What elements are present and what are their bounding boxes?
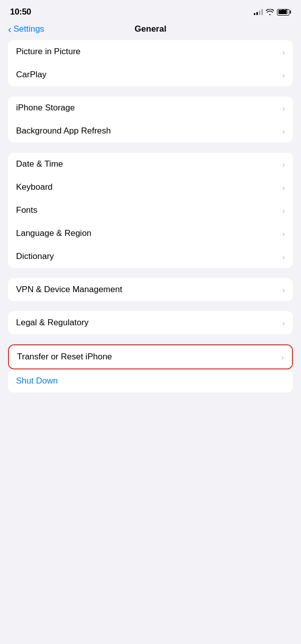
section-2: iPhone Storage › Background App Refresh … <box>8 96 293 143</box>
language-region-item[interactable]: Language & Region › <box>8 222 293 245</box>
date-time-item[interactable]: Date & Time › <box>8 153 293 176</box>
settings-content: Picture in Picture › CarPlay › iPhone St… <box>0 40 301 413</box>
background-app-refresh-item[interactable]: Background App Refresh › <box>8 119 293 143</box>
language-region-label: Language & Region <box>16 228 91 238</box>
picture-in-picture-item[interactable]: Picture in Picture › <box>8 40 293 63</box>
legal-regulatory-item[interactable]: Legal & Regulatory › <box>8 311 293 334</box>
chevron-right-icon: › <box>282 104 285 112</box>
carplay-label: CarPlay <box>16 70 46 80</box>
section-3: Date & Time › Keyboard › Fonts › Languag… <box>8 153 293 268</box>
section-5: Legal & Regulatory › <box>8 311 293 334</box>
nav-header: ‹ Settings General <box>0 20 301 40</box>
battery-icon: 88 <box>277 9 291 16</box>
chevron-right-icon: › <box>282 229 285 238</box>
back-label: Settings <box>14 24 44 34</box>
chevron-right-icon: › <box>282 71 285 79</box>
status-bar: 10:50 88 <box>0 0 301 20</box>
keyboard-label: Keyboard <box>16 182 53 192</box>
shut-down-item[interactable]: Shut Down <box>8 369 293 393</box>
battery-level: 88 <box>281 9 288 16</box>
chevron-right-icon: › <box>282 127 285 136</box>
page-title: General <box>134 24 166 34</box>
transfer-reset-item[interactable]: Transfer or Reset iPhone › <box>9 345 292 368</box>
chevron-right-icon: › <box>282 48 285 56</box>
vpn-device-management-item[interactable]: VPN & Device Management › <box>8 278 293 301</box>
iphone-storage-item[interactable]: iPhone Storage › <box>8 96 293 119</box>
section-4: VPN & Device Management › <box>8 278 293 301</box>
signal-icon <box>254 9 263 15</box>
shut-down-label: Shut Down <box>16 376 58 386</box>
back-chevron-icon: ‹ <box>8 24 12 34</box>
chevron-right-icon: › <box>282 160 285 169</box>
iphone-storage-label: iPhone Storage <box>16 103 75 113</box>
section-1: Picture in Picture › CarPlay › <box>8 40 293 86</box>
shut-down-section: Shut Down <box>8 369 293 393</box>
date-time-label: Date & Time <box>16 159 63 169</box>
wifi-icon <box>266 9 274 15</box>
chevron-right-icon: › <box>282 319 285 327</box>
dictionary-item[interactable]: Dictionary › <box>8 245 293 268</box>
legal-regulatory-label: Legal & Regulatory <box>16 318 89 328</box>
dictionary-label: Dictionary <box>16 251 54 262</box>
chevron-right-icon: › <box>282 206 285 215</box>
status-icons: 88 <box>254 9 291 16</box>
transfer-reset-label: Transfer or Reset iPhone <box>17 352 112 362</box>
fonts-item[interactable]: Fonts › <box>8 199 293 222</box>
background-app-refresh-label: Background App Refresh <box>16 126 111 136</box>
carplay-item[interactable]: CarPlay › <box>8 63 293 86</box>
chevron-right-icon: › <box>282 183 285 192</box>
transfer-reset-section: Transfer or Reset iPhone › <box>8 344 293 369</box>
chevron-right-icon: › <box>281 353 284 361</box>
picture-in-picture-label: Picture in Picture <box>16 47 81 57</box>
keyboard-item[interactable]: Keyboard › <box>8 176 293 199</box>
chevron-right-icon: › <box>282 252 285 261</box>
chevron-right-icon: › <box>282 286 285 294</box>
status-time: 10:50 <box>10 7 31 17</box>
fonts-label: Fonts <box>16 205 38 215</box>
vpn-device-management-label: VPN & Device Management <box>16 285 122 295</box>
back-button[interactable]: ‹ Settings <box>8 24 44 34</box>
